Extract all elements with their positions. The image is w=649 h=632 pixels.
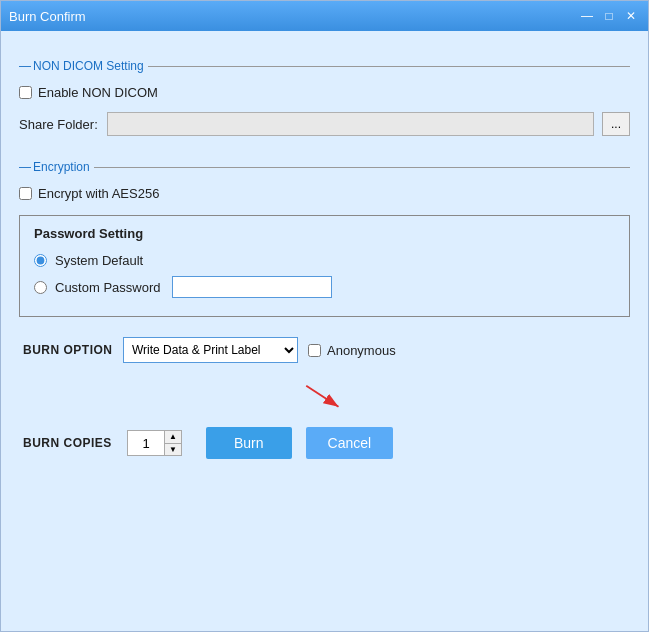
browse-button[interactable]: ... <box>602 112 630 136</box>
burn-copies-label: BURN COPIES <box>23 436 113 450</box>
system-default-label: System Default <box>55 253 143 268</box>
share-folder-row: Share Folder: ... <box>19 112 630 136</box>
share-folder-label: Share Folder: <box>19 117 99 132</box>
close-button[interactable]: ✕ <box>622 7 640 25</box>
non-dicom-header: — NON DICOM Setting <box>19 59 630 73</box>
window: Burn Confirm — □ ✕ — NON DICOM Setting E… <box>0 0 649 632</box>
encryption-section: — Encryption Encrypt with AES256 Passwor… <box>19 160 630 317</box>
section-dash: — <box>19 59 31 73</box>
enable-non-dicom-checkbox[interactable] <box>19 86 32 99</box>
enable-non-dicom-label: Enable NON DICOM <box>38 85 158 100</box>
burn-button[interactable]: Burn <box>206 427 292 459</box>
share-folder-input[interactable] <box>107 112 594 136</box>
window-title: Burn Confirm <box>9 9 86 24</box>
cancel-button[interactable]: Cancel <box>306 427 394 459</box>
custom-password-label: Custom Password <box>55 280 160 295</box>
minimize-button[interactable]: — <box>578 7 596 25</box>
non-dicom-section: — NON DICOM Setting Enable NON DICOM Sha… <box>19 59 630 136</box>
enable-non-dicom-row: Enable NON DICOM <box>19 81 630 104</box>
anonymous-row: Anonymous <box>308 343 396 358</box>
anonymous-checkbox[interactable] <box>308 344 321 357</box>
spinner-up-button[interactable]: ▲ <box>165 431 181 444</box>
burn-copies-row: BURN COPIES 1 ▲ ▼ Burn Cancel <box>19 427 630 459</box>
burn-option-select[interactable]: Write Data & Print Label Write Data Only… <box>123 337 298 363</box>
burn-option-label: BURN OPTION <box>23 343 113 357</box>
spinner-down-button[interactable]: ▼ <box>165 444 181 456</box>
system-default-row: System Default <box>34 249 615 272</box>
arrow-row <box>19 373 630 417</box>
password-setting-box: Password Setting System Default Custom P… <box>19 215 630 317</box>
section-divider2 <box>94 167 630 168</box>
custom-password-radio[interactable] <box>34 281 47 294</box>
maximize-button[interactable]: □ <box>600 7 618 25</box>
anonymous-label: Anonymous <box>327 343 396 358</box>
spinner-controls: ▲ ▼ <box>164 431 181 455</box>
burn-copies-spinner: 1 ▲ ▼ <box>127 430 182 456</box>
burn-arrow-icon <box>295 377 355 417</box>
svg-line-1 <box>306 386 338 407</box>
section-dash2: — <box>19 160 31 174</box>
title-bar-controls: — □ ✕ <box>578 7 640 25</box>
burn-copies-input[interactable]: 1 <box>128 431 164 455</box>
content-area: — NON DICOM Setting Enable NON DICOM Sha… <box>1 31 648 631</box>
encrypt-aes256-label: Encrypt with AES256 <box>38 186 159 201</box>
custom-password-input[interactable] <box>172 276 332 298</box>
non-dicom-label: NON DICOM Setting <box>33 59 144 73</box>
custom-password-row: Custom Password <box>34 272 615 302</box>
encryption-header: — Encryption <box>19 160 630 174</box>
burn-option-row: BURN OPTION Write Data & Print Label Wri… <box>19 337 630 363</box>
encrypt-aes-row: Encrypt with AES256 <box>19 182 630 205</box>
password-setting-title: Password Setting <box>34 226 615 241</box>
encrypt-aes256-checkbox[interactable] <box>19 187 32 200</box>
section-divider <box>148 66 630 67</box>
system-default-radio[interactable] <box>34 254 47 267</box>
encryption-label: Encryption <box>33 160 90 174</box>
title-bar: Burn Confirm — □ ✕ <box>1 1 648 31</box>
